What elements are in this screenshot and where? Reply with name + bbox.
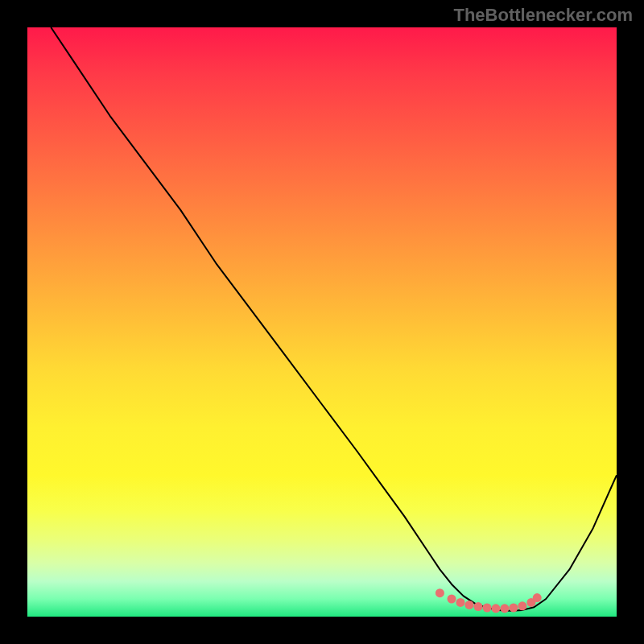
attribution-text: TheBottlenecker.com [453,5,633,26]
data-dot [474,602,483,611]
data-dot [448,595,456,604]
plot-area [27,27,617,617]
data-dot [483,604,492,613]
data-dot [491,604,500,613]
data-dot [465,601,474,609]
data-dot [509,604,518,613]
data-dot [533,593,542,602]
bottleneck-curve [51,27,617,611]
chart-svg [27,27,617,617]
data-dot [518,601,526,610]
data-dot [500,604,509,613]
data-dot [456,598,465,607]
data-dot [436,588,444,597]
